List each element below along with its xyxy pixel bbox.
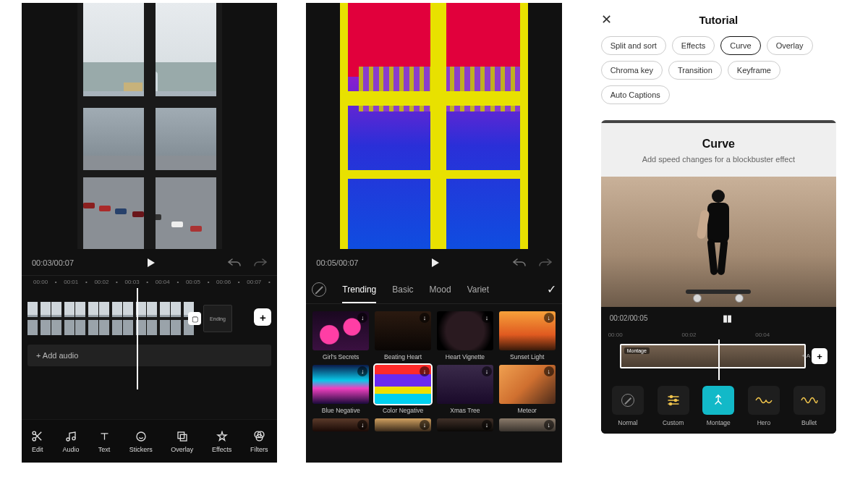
- download-icon: ↓: [420, 313, 430, 323]
- effect-xmas-tree[interactable]: ↓Xmas Tree: [436, 365, 494, 414]
- ending-tile[interactable]: Ending: [203, 305, 232, 332]
- download-icon: ↓: [357, 313, 367, 323]
- undo-button[interactable]: [228, 258, 241, 268]
- pause-button[interactable]: ▮▮: [723, 313, 731, 324]
- effect-blue-negative[interactable]: ↓Blue Negative: [312, 365, 370, 414]
- tool-bar: EditAudioTextStickersOverlayEffectsFilte…: [22, 419, 277, 463]
- svg-point-0: [33, 431, 35, 434]
- tool-filters[interactable]: Filters: [250, 430, 268, 453]
- confirm-button[interactable]: ✓: [547, 282, 556, 296]
- chip-overlay[interactable]: Overlay: [767, 36, 813, 55]
- effects-icon: [216, 430, 229, 443]
- effect-partial[interactable]: ↓: [374, 418, 432, 431]
- play-button[interactable]: [146, 258, 156, 268]
- clip-tag: Montage: [624, 347, 650, 354]
- download-icon: ↓: [420, 366, 430, 376]
- download-icon: ↓: [544, 366, 554, 376]
- video-preview[interactable]: [77, 3, 222, 249]
- effect-color-negative[interactable]: ↓Color Negative: [374, 365, 432, 414]
- tool-edit[interactable]: Edit: [31, 430, 44, 453]
- timeline-ruler[interactable]: 00:00•00:01•00:02•00:03•00:04•00:05•00:0…: [22, 275, 277, 288]
- time-display: 00:05/00:07: [316, 258, 358, 267]
- add-clip-button[interactable]: +: [254, 308, 271, 326]
- svg-point-1: [33, 438, 35, 441]
- effects-grid: ↓Girl's Secrets↓Beating Heart↓Heart Vign…: [306, 304, 561, 439]
- tool-text[interactable]: Text: [98, 430, 111, 453]
- add-audio-button[interactable]: + Add audio: [27, 345, 271, 366]
- time-display: 00:03/00:07: [32, 258, 74, 267]
- tutorial-categories: Split and sortEffectsCurveOverlayChroma …: [591, 36, 846, 111]
- close-button[interactable]: ✕: [601, 12, 612, 28]
- page-title: Tutorial: [699, 14, 738, 26]
- mini-ruler[interactable]: 00:0000:0200:04: [601, 329, 836, 340]
- effect-partial[interactable]: ↓: [498, 418, 556, 431]
- tutorial-card-curve: Curve Add speed changes for a blockbuste…: [601, 120, 836, 434]
- undo-button[interactable]: [513, 258, 526, 268]
- scissors-icon: [31, 430, 44, 443]
- mini-clip[interactable]: Montage: [620, 344, 806, 368]
- download-icon: ↓: [357, 420, 367, 430]
- effect-beating-heart[interactable]: ↓Beating Heart: [374, 311, 432, 360]
- effect-partial[interactable]: ↓: [312, 418, 370, 431]
- effect-meteor[interactable]: ↓Meteor: [498, 365, 556, 414]
- video-track[interactable]: ▢ Ending: [27, 301, 271, 336]
- tutorial-video-preview[interactable]: [601, 177, 836, 307]
- transition-button[interactable]: ▢: [188, 312, 201, 325]
- chip-curve[interactable]: Curve: [720, 36, 760, 55]
- curve-tool-bullet[interactable]: Bullet: [793, 386, 825, 426]
- curve-preset-bar: NormalCustomMontageHeroBullet: [601, 376, 836, 434]
- chip-effects[interactable]: Effects: [672, 36, 715, 55]
- effect-sunset-light[interactable]: ↓Sunset Light: [498, 311, 556, 360]
- svg-point-17: [669, 403, 671, 405]
- overlay-icon: [176, 430, 189, 443]
- svg-rect-7: [178, 432, 184, 439]
- mini-track[interactable]: Montage + A +: [607, 344, 830, 376]
- card-subtitle: Add speed changes for a blockbuster effe…: [611, 155, 826, 164]
- curve-tool-custom[interactable]: Custom: [658, 386, 689, 426]
- chip-keyframe[interactable]: Keyframe: [728, 61, 780, 80]
- no-effect-button[interactable]: [312, 282, 326, 297]
- timeline[interactable]: ▢ Ending + + Add audio: [22, 288, 277, 389]
- svg-rect-8: [180, 434, 187, 441]
- redo-button[interactable]: [254, 258, 267, 268]
- download-icon: ↓: [544, 420, 554, 430]
- chip-split-and-sort[interactable]: Split and sort: [601, 36, 666, 55]
- chip-auto-captions[interactable]: Auto Captions: [601, 85, 670, 104]
- video-preview-effect[interactable]: [340, 3, 528, 249]
- svg-point-4: [67, 438, 69, 441]
- tool-stickers[interactable]: Stickers: [129, 430, 153, 453]
- download-icon: ↓: [482, 313, 492, 323]
- effects-screen: 00:05/00:07 TrendingBasicMoodVariet ✓ ↓G…: [306, 3, 561, 463]
- effect-category-tabs: TrendingBasicMoodVariet ✓: [306, 275, 561, 304]
- tutorial-screen: ✕ Tutorial Split and sortEffectsCurveOve…: [591, 3, 846, 463]
- mini-editor: 00:02/00:05 ▮▮ 00:0000:0200:04 Montage +…: [601, 307, 836, 434]
- download-icon: ↓: [420, 420, 430, 430]
- effect-partial[interactable]: ↓: [436, 418, 494, 431]
- effect-girl-s-secrets[interactable]: ↓Girl's Secrets: [312, 311, 370, 360]
- effect-tab-basic[interactable]: Basic: [392, 276, 413, 303]
- tutorial-header: ✕ Tutorial: [591, 3, 846, 36]
- tool-audio[interactable]: Audio: [62, 430, 79, 453]
- play-button[interactable]: [430, 258, 441, 268]
- mini-add-button[interactable]: +: [812, 348, 827, 364]
- chip-transition[interactable]: Transition: [668, 61, 722, 80]
- effect-tab-variet[interactable]: Variet: [467, 276, 489, 303]
- effect-tab-trending[interactable]: Trending: [342, 276, 376, 303]
- curve-tool-montage[interactable]: Montage: [702, 386, 734, 426]
- tool-effects[interactable]: Effects: [212, 430, 231, 453]
- svg-point-6: [137, 432, 145, 441]
- chip-chroma-key[interactable]: Chroma key: [601, 61, 663, 80]
- redo-button[interactable]: [539, 258, 552, 268]
- text-icon: [98, 430, 111, 443]
- playhead[interactable]: [137, 288, 138, 389]
- mini-playhead[interactable]: [718, 340, 720, 380]
- tool-overlay[interactable]: Overlay: [171, 430, 193, 453]
- effect-tab-mood[interactable]: Mood: [430, 276, 451, 303]
- curve-tool-normal[interactable]: Normal: [612, 386, 644, 426]
- effect-heart-vignette[interactable]: ↓Heart Vignette: [436, 311, 494, 360]
- download-icon: ↓: [357, 366, 367, 376]
- svg-point-16: [674, 400, 676, 402]
- curve-tool-hero[interactable]: Hero: [748, 386, 780, 426]
- filters-icon: [252, 430, 265, 443]
- svg-point-5: [72, 436, 75, 439]
